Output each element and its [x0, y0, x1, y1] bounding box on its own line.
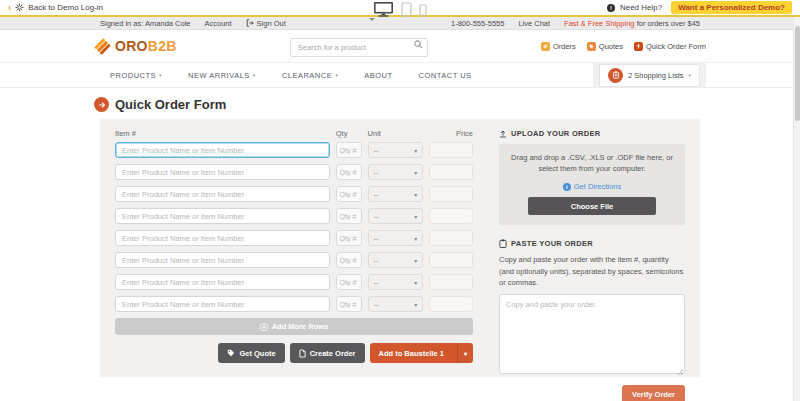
info-icon: i [563, 183, 571, 191]
price-value [429, 208, 473, 224]
need-help-label: Need Help? [620, 3, 662, 12]
nav-new-arrivals[interactable]: NEW ARRIVALS▾ [188, 71, 256, 80]
search-input[interactable] [290, 38, 428, 57]
back-to-demo-login[interactable]: ‹ Back to Demo Log-in [8, 3, 103, 13]
orders-label: Orders [553, 42, 576, 51]
qty-input[interactable] [336, 274, 362, 290]
qty-input[interactable] [336, 186, 362, 202]
item-number-input[interactable] [115, 164, 330, 180]
vertical-scrollbar[interactable] [793, 17, 800, 401]
quotes-label: Quotes [599, 42, 623, 51]
demo-top-bar: ‹ Back to Demo Log-in [0, 0, 800, 17]
shipping-promo: Fast & Free Shipping for orders over $45 [564, 19, 700, 28]
item-number-input[interactable] [115, 208, 330, 224]
item-number-input[interactable] [115, 186, 330, 202]
orob2b-logo[interactable]: OROB2B [94, 38, 177, 55]
price-value [429, 186, 473, 202]
verify-order-button[interactable]: Verify Order [622, 385, 685, 401]
chevron-down-icon: ▾ [414, 257, 417, 264]
orders-link[interactable]: Orders [541, 42, 576, 51]
unit-select[interactable]: -- ▾ [368, 208, 424, 224]
nav-about[interactable]: ABOUT [364, 71, 392, 80]
price-value [429, 142, 473, 158]
price-value [429, 274, 473, 290]
file-drop-zone[interactable]: Drag and drop a .CSV, .XLS or .ODF file … [499, 144, 685, 225]
add-to-shopping-list-button[interactable]: Add to Baustelle 1 ▾ [370, 343, 473, 363]
chevron-down-icon: ▾ [414, 191, 417, 198]
phone-icon[interactable] [419, 4, 427, 17]
quick-order-icon [634, 42, 643, 51]
chevron-left-icon: ‹ [8, 3, 11, 13]
nav-contact-us[interactable]: CONTACT US [419, 71, 472, 80]
order-rows: -- ▾ -- ▾ -- ▾ -- ▾ -- [115, 142, 473, 312]
quick-order-row: -- ▾ [115, 296, 473, 312]
sign-out-link[interactable]: Sign Out [246, 19, 286, 28]
col-header-price: Price [429, 129, 473, 138]
need-help-link[interactable]: ! Need Help? [607, 3, 662, 12]
product-search [290, 36, 428, 57]
unit-select[interactable]: -- ▾ [368, 142, 424, 158]
tablet-icon[interactable] [401, 2, 412, 17]
nav-clearance[interactable]: CLEARANCE▾ [282, 71, 338, 80]
search-icon[interactable] [414, 40, 423, 49]
main-nav: PRODUCTS▾ NEW ARRIVALS▾ CLEARANCE▾ ABOUT… [0, 62, 800, 88]
unit-select[interactable]: -- ▾ [368, 230, 424, 246]
upload-icon [499, 130, 507, 138]
quick-order-form-link[interactable]: Quick Order Form [634, 42, 706, 51]
qty-input[interactable] [336, 142, 362, 158]
quotes-icon [587, 42, 596, 51]
chevron-down-icon: ▾ [414, 147, 417, 154]
nav-products[interactable]: PRODUCTS▾ [110, 71, 162, 80]
device-preview-toggles [373, 1, 427, 17]
scrollbar-thumb[interactable] [795, 26, 800, 121]
account-link[interactable]: Account [204, 19, 231, 28]
item-number-input[interactable] [115, 230, 330, 246]
info-circle-icon: ! [607, 4, 615, 12]
qty-input[interactable] [336, 252, 362, 268]
add-more-rows-button[interactable]: Add More Rows [115, 318, 473, 335]
unit-select[interactable]: -- ▾ [368, 252, 424, 268]
item-number-input[interactable] [115, 142, 330, 158]
logo-stripes-icon [94, 38, 111, 55]
choose-file-button[interactable]: Choose File [528, 197, 656, 215]
shopping-lists-dropdown[interactable]: 2 Shopping Lists ▾ [599, 64, 700, 87]
desktop-icon[interactable] [373, 1, 394, 17]
col-header-qty: Qty [336, 129, 362, 138]
unit-select[interactable]: -- ▾ [368, 186, 424, 202]
qty-input[interactable] [336, 230, 362, 246]
page-root: ‹ Back to Demo Log-in [0, 0, 800, 401]
chevron-down-icon[interactable]: ▾ [457, 343, 473, 363]
quick-order-panel: Item # Qty Unit Price -- ▾ -- ▾ -- ▾ [100, 119, 700, 377]
paste-order-textarea[interactable] [499, 294, 685, 374]
quick-order-row: -- ▾ [115, 142, 473, 158]
clipboard-icon [499, 239, 507, 248]
qty-input[interactable] [336, 296, 362, 312]
document-icon [299, 349, 306, 358]
get-quote-button[interactable]: Get Quote [218, 343, 284, 363]
live-chat-link[interactable]: Live Chat [518, 19, 550, 28]
unit-select[interactable]: -- ▾ [368, 296, 424, 312]
quotes-link[interactable]: Quotes [587, 42, 623, 51]
col-header-unit: Unit [368, 129, 424, 138]
item-number-input[interactable] [115, 274, 330, 290]
qty-input[interactable] [336, 164, 362, 180]
sign-out-icon [246, 19, 254, 27]
item-number-input[interactable] [115, 296, 330, 312]
create-order-button[interactable]: Create Order [290, 343, 365, 363]
quick-order-row: -- ▾ [115, 252, 473, 268]
chevron-down-icon: ▾ [414, 301, 417, 308]
qty-input[interactable] [336, 208, 362, 224]
unit-select[interactable]: -- ▾ [368, 164, 424, 180]
item-number-input[interactable] [115, 252, 330, 268]
quick-order-label: Quick Order Form [646, 42, 706, 51]
chevron-down-icon: ▾ [414, 279, 417, 286]
phone-number: 1-800-555-5555 [451, 19, 504, 28]
unit-select[interactable]: -- ▾ [368, 274, 424, 290]
paste-section-header: PASTE YOUR ORDER [499, 239, 685, 248]
logo-text: OROB2B [115, 38, 177, 54]
get-directions-link[interactable]: i Get Directions [563, 182, 622, 191]
personalized-demo-button[interactable]: Want a Personalized Demo? [671, 1, 792, 14]
price-value [429, 296, 473, 312]
quick-order-row: -- ▾ [115, 186, 473, 202]
shopping-list-icon [608, 68, 623, 83]
